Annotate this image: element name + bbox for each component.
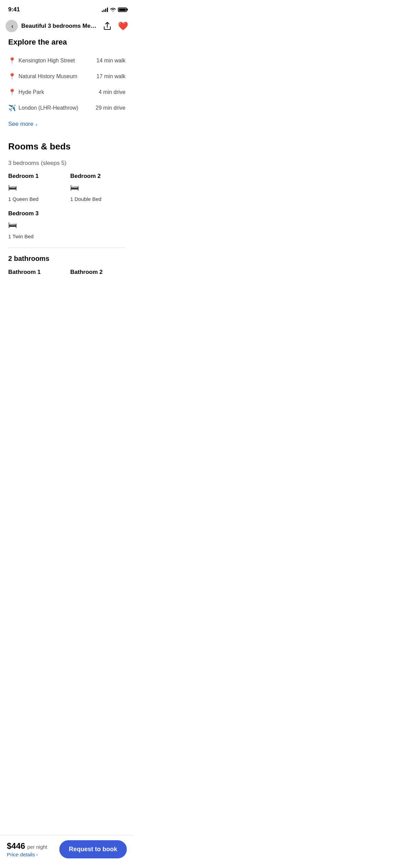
bedroom-1-type: 1 Queen Bed <box>8 196 63 202</box>
bathrooms-summary: 2 bathrooms <box>8 255 125 263</box>
explore-section-title: Explore the area <box>8 36 125 47</box>
bedroom-card-3: Bedroom 3 🛏 1 Twin Bed <box>8 210 63 239</box>
bedrooms-summary: 3 bedrooms (sleeps 5) <box>8 159 125 167</box>
location-name: Kensington High Street <box>19 58 97 64</box>
list-item: 📍 Kensington High Street 14 min walk <box>8 53 125 69</box>
bedroom-2-type: 1 Double Bed <box>70 196 125 202</box>
rooms-section: Rooms & beds 3 bedrooms (sleeps 5) Bedro… <box>8 141 125 276</box>
location-list: 📍 Kensington High Street 14 min walk 📍 N… <box>8 53 125 116</box>
status-icons <box>102 7 127 12</box>
see-more-link[interactable]: See more › <box>8 121 37 128</box>
bedroom-grid: Bedroom 1 🛏 1 Queen Bed Bedroom 2 🛏 1 Do… <box>8 173 125 239</box>
nav-bar: ‹ Beautiful 3 bedrooms Mews H... ❤️ <box>0 17 134 36</box>
bedroom-2-name: Bedroom 2 <box>70 173 125 180</box>
nav-actions: ❤️ <box>102 21 128 31</box>
status-time: 9:41 <box>8 6 20 13</box>
location-name: London (LHR-Heathrow) <box>19 105 96 111</box>
location-name: Natural History Museum <box>19 73 97 80</box>
location-name: Hyde Park <box>19 89 99 95</box>
bedroom-card-2: Bedroom 2 🛏 1 Double Bed <box>70 173 125 202</box>
location-distance: 17 min walk <box>97 73 125 80</box>
bed-icon: 🛏 <box>70 183 125 192</box>
bathroom-grid: Bathroom 1 Bathroom 2 <box>8 269 125 276</box>
chevron-right-icon: › <box>36 121 37 127</box>
share-button[interactable] <box>102 21 112 31</box>
plane-icon: ✈️ <box>8 104 19 112</box>
bathroom-card-2: Bathroom 2 <box>70 269 125 276</box>
heart-icon: ❤️ <box>118 21 128 31</box>
list-item: ✈️ London (LHR-Heathrow) 29 min drive <box>8 100 125 116</box>
location-distance: 29 min drive <box>96 105 125 111</box>
battery-icon <box>118 8 127 12</box>
bedroom-1-name: Bedroom 1 <box>8 173 63 180</box>
location-pin-icon: 📍 <box>8 88 19 96</box>
share-icon <box>104 22 111 30</box>
bathroom-card-1: Bathroom 1 <box>8 269 63 276</box>
location-distance: 4 min drive <box>99 89 125 95</box>
bedroom-3-name: Bedroom 3 <box>8 210 63 217</box>
sleeps-label: (sleeps 5) <box>41 160 66 166</box>
bed-icon: 🛏 <box>8 220 63 229</box>
signal-icon <box>102 7 108 12</box>
bedroom-card-1: Bedroom 1 🛏 1 Queen Bed <box>8 173 63 202</box>
wifi-icon <box>110 8 116 12</box>
location-pin-icon: 📍 <box>8 57 19 64</box>
bathroom-1-name: Bathroom 1 <box>8 269 63 276</box>
bed-icon: 🛏 <box>8 183 63 192</box>
list-item: 📍 Natural History Museum 17 min walk <box>8 69 125 84</box>
bedroom-3-type: 1 Twin Bed <box>8 233 63 239</box>
avatar-back: ‹ <box>5 20 18 32</box>
list-item: 📍 Hyde Park 4 min drive <box>8 84 125 100</box>
nav-title: Beautiful 3 bedrooms Mews H... <box>21 23 99 29</box>
section-divider <box>8 248 125 248</box>
location-pin-icon: 📍 <box>8 73 19 80</box>
back-button[interactable]: ‹ <box>5 20 18 32</box>
favorite-button[interactable]: ❤️ <box>118 21 128 31</box>
bathroom-2-name: Bathroom 2 <box>70 269 125 276</box>
see-more-label: See more <box>8 121 34 128</box>
status-bar: 9:41 <box>0 0 134 17</box>
rooms-title: Rooms & beds <box>8 141 125 152</box>
location-distance: 14 min walk <box>97 58 125 64</box>
